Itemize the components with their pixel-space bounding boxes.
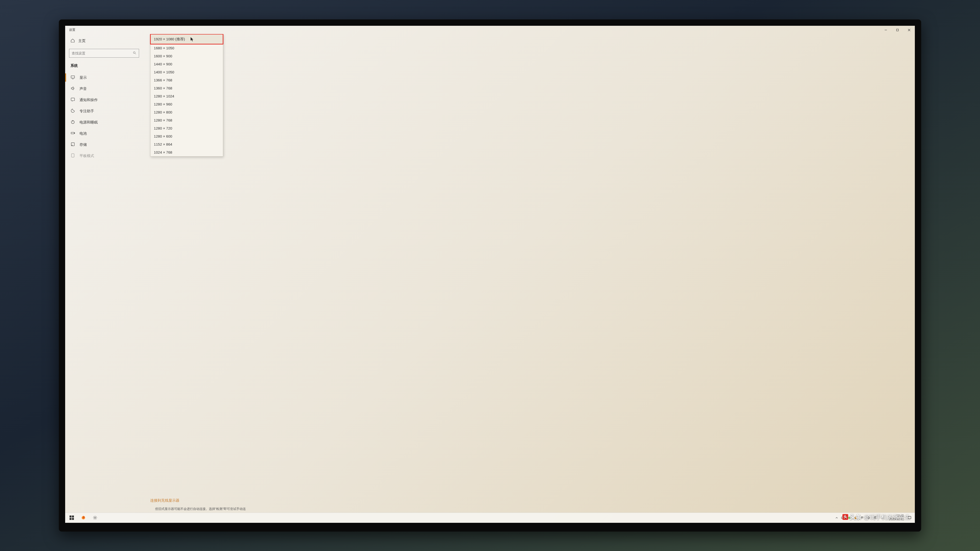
settings-window: 设置 主页 系统 <box>65 26 915 512</box>
home-label: 主页 <box>78 39 86 43</box>
ime-mode[interactable]: ⛬ <box>880 516 885 520</box>
svg-rect-8 <box>71 98 75 101</box>
sidebar-item-label: 专注助手 <box>80 109 94 113</box>
window-title: 设置 <box>69 28 75 32</box>
clock-date: 2020/12/11 <box>889 518 904 521</box>
taskbar: 英 ⛬ 12:40 2020/12/11 <box>65 513 915 523</box>
svg-line-5 <box>135 54 136 54</box>
resolution-option[interactable]: 1680 × 1050 <box>151 44 223 52</box>
sidebar-item-label: 通知和操作 <box>80 98 98 102</box>
search-input-wrapper[interactable] <box>69 49 139 57</box>
sidebar-item-notifications[interactable]: 通知和操作 <box>65 94 143 105</box>
sidebar-item-label: 声音 <box>80 87 87 91</box>
svg-rect-17 <box>72 516 74 518</box>
svg-rect-12 <box>75 133 75 133</box>
resolution-option[interactable]: 1280 × 720 <box>151 124 223 132</box>
window-controls <box>880 26 915 34</box>
section-title: 系统 <box>65 62 143 72</box>
maximize-button[interactable] <box>891 26 903 34</box>
taskbar-right: 英 ⛬ 12:40 2020/12/11 <box>835 514 913 521</box>
sidebar-item-battery[interactable]: 电池 <box>65 128 143 139</box>
power-icon <box>70 119 75 125</box>
titlebar: 设置 <box>65 26 915 34</box>
svg-point-14 <box>72 145 72 146</box>
svg-rect-23 <box>844 517 845 518</box>
notification-center-icon[interactable] <box>908 516 912 520</box>
resolution-option[interactable]: 1280 × 960 <box>151 100 223 108</box>
home-icon <box>70 38 75 43</box>
svg-rect-16 <box>70 516 72 518</box>
main-panel: 1920 × 1080 (推荐) 1680 × 1050 1600 × 900 … <box>143 34 915 512</box>
resolution-option[interactable]: 1280 × 600 <box>151 132 223 140</box>
display-icon <box>70 75 75 80</box>
sidebar-item-label: 存储 <box>80 143 87 147</box>
firefox-button[interactable] <box>78 513 89 523</box>
sidebar-item-label: 平板模式 <box>80 154 94 158</box>
storage-icon <box>70 142 75 147</box>
sidebar-item-label: 显示 <box>80 75 87 80</box>
resolution-option[interactable]: 1440 × 900 <box>151 60 223 68</box>
content-area: 主页 系统 显示 声音 <box>65 34 915 512</box>
clock[interactable]: 12:40 2020/12/11 <box>888 514 905 521</box>
ime-lang[interactable]: 英 <box>873 516 878 520</box>
svg-point-21 <box>94 517 95 518</box>
svg-rect-1 <box>896 29 898 31</box>
search-icon <box>133 51 137 56</box>
sidebar-item-sound[interactable]: 声音 <box>65 83 143 94</box>
security-icon[interactable] <box>854 516 858 520</box>
laptop-frame: 设置 主页 系统 <box>59 19 921 531</box>
svg-rect-15 <box>72 154 74 157</box>
home-link[interactable]: 主页 <box>65 36 143 46</box>
settings-taskbar-button[interactable] <box>90 513 100 523</box>
resolution-option[interactable]: 1280 × 768 <box>151 116 223 124</box>
resolution-option[interactable]: 1152 × 864 <box>151 140 223 148</box>
volume-icon[interactable] <box>866 516 870 520</box>
svg-rect-11 <box>71 132 74 134</box>
sidebar-item-label: 电池 <box>80 131 87 136</box>
svg-point-4 <box>133 52 135 54</box>
cursor-icon <box>190 37 194 42</box>
taskbar-left <box>67 513 100 523</box>
screen: 设置 主页 系统 <box>65 26 915 522</box>
resolution-option[interactable]: 1024 × 768 <box>151 148 223 156</box>
svg-point-24 <box>848 516 850 519</box>
resolution-option[interactable]: 1600 × 900 <box>151 52 223 60</box>
resolution-option[interactable]: 1280 × 1024 <box>151 92 223 100</box>
sidebar-item-label: 电源和睡眠 <box>80 120 98 125</box>
resolution-dropdown[interactable]: 1920 × 1080 (推荐) 1680 × 1050 1600 × 900 … <box>150 34 223 157</box>
svg-rect-19 <box>72 518 74 520</box>
svg-rect-18 <box>70 518 72 520</box>
notifications-icon <box>70 97 75 103</box>
search-input[interactable] <box>72 51 133 55</box>
tablet-icon <box>70 153 75 159</box>
svg-rect-6 <box>71 76 75 78</box>
resolution-option-selected[interactable]: 1920 × 1080 (推荐) <box>151 34 223 44</box>
close-button[interactable] <box>903 26 915 34</box>
svg-rect-25 <box>908 516 911 519</box>
resolution-option[interactable]: 1400 × 1050 <box>151 68 223 76</box>
tray-chevron-icon[interactable] <box>835 516 838 520</box>
sidebar-item-display[interactable]: 显示 <box>65 72 143 83</box>
battery-icon <box>70 131 75 136</box>
resolution-option[interactable]: 1360 × 768 <box>151 84 223 92</box>
sidebar: 主页 系统 显示 声音 <box>65 34 143 512</box>
resolution-option-label: 1920 × 1080 (推荐) <box>154 37 185 41</box>
sidebar-item-power[interactable]: 电源和睡眠 <box>65 117 143 128</box>
battery-tray-icon[interactable] <box>841 516 845 520</box>
svg-rect-22 <box>841 517 844 519</box>
focus-icon <box>70 108 75 114</box>
wireless-display-link[interactable]: 连接到无线显示器 <box>150 498 180 503</box>
resolution-option[interactable]: 1280 × 800 <box>151 108 223 116</box>
sidebar-item-focus[interactable]: 专注助手 <box>65 105 143 117</box>
sidebar-item-storage[interactable]: 存储 <box>65 139 143 150</box>
wifi-icon[interactable] <box>860 516 864 520</box>
onedrive-icon[interactable] <box>847 516 851 520</box>
start-button[interactable] <box>67 513 77 523</box>
sidebar-item-tablet[interactable]: 平板模式 <box>65 150 143 161</box>
minimize-button[interactable] <box>880 26 891 34</box>
clock-time: 12:40 <box>889 514 904 518</box>
sound-icon <box>70 86 75 91</box>
resolution-option[interactable]: 1366 × 768 <box>151 76 223 84</box>
hint-text: 些旧式显示器可能不会进行自动连接。选择"检测"即可尝试手动连 <box>155 507 246 511</box>
